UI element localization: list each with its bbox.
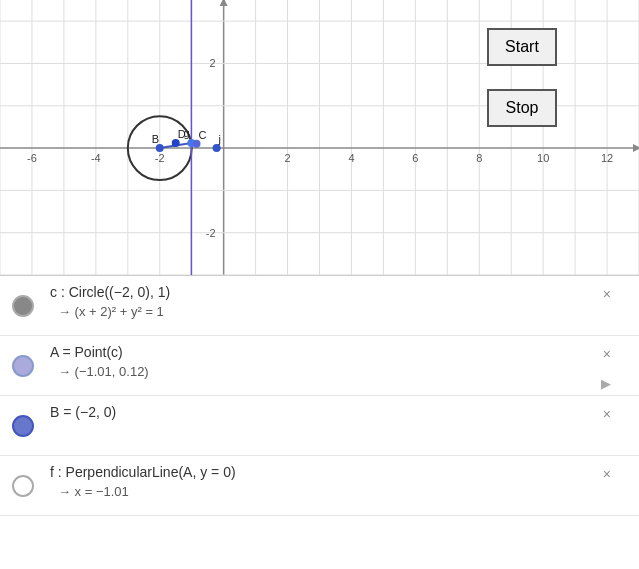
entry-close-B[interactable]: × — [603, 406, 611, 422]
svg-text:-4: -4 — [91, 152, 101, 164]
entry-close-c[interactable]: × — [603, 286, 611, 302]
svg-text:2: 2 — [210, 57, 216, 69]
entry-A: ×▶A = Point(c)→ (−1.01, 0.12) — [0, 336, 639, 396]
entry-result-f: → x = −1.01 — [50, 484, 627, 499]
entry-dot-c — [12, 295, 34, 317]
entry-title-A: A = Point(c) — [50, 344, 627, 360]
entry-result-c: → (x + 2)² + y² = 1 — [50, 304, 627, 319]
svg-text:j: j — [218, 133, 221, 145]
svg-text:-2: -2 — [155, 152, 165, 164]
svg-text:D: D — [178, 128, 186, 140]
stop-button[interactable]: Stop — [487, 89, 557, 127]
svg-text:10: 10 — [537, 152, 549, 164]
svg-text:12: 12 — [601, 152, 613, 164]
entry-dot-A — [12, 355, 34, 377]
entry-dot-f — [12, 475, 34, 497]
start-button[interactable]: Start — [487, 28, 557, 66]
entry-title-f: f : PerpendicularLine(A, y = 0) — [50, 464, 627, 480]
entry-play-A[interactable]: ▶ — [601, 376, 611, 391]
svg-marker-30 — [220, 0, 228, 6]
svg-text:-6: -6 — [27, 152, 37, 164]
svg-point-53 — [213, 144, 221, 152]
entry-title-c: c : Circle((−2, 0), 1) — [50, 284, 627, 300]
entry-title-B: B = (−2, 0) — [50, 404, 627, 420]
svg-text:4: 4 — [348, 152, 354, 164]
svg-text:B: B — [152, 133, 159, 145]
svg-point-49 — [172, 139, 180, 147]
entry-c: ×c : Circle((−2, 0), 1)→ (x + 2)² + y² =… — [0, 276, 639, 336]
entry-close-f[interactable]: × — [603, 466, 611, 482]
entry-close-A[interactable]: × — [603, 346, 611, 362]
svg-point-51 — [192, 140, 200, 148]
svg-point-45 — [156, 144, 164, 152]
svg-text:6: 6 — [412, 152, 418, 164]
entry-dot-B — [12, 415, 34, 437]
algebra-panel: ×c : Circle((−2, 0), 1)→ (x + 2)² + y² =… — [0, 275, 639, 569]
svg-text:2: 2 — [284, 152, 290, 164]
entry-f: ×f : PerpendicularLine(A, y = 0)→ x = −1… — [0, 456, 639, 516]
svg-text:8: 8 — [476, 152, 482, 164]
entry-result-A: → (−1.01, 0.12) — [50, 364, 627, 379]
svg-text:-2: -2 — [206, 227, 216, 239]
svg-text:C: C — [198, 129, 206, 141]
geometry-canvas: -6-4-2246810122-2BgDCj Start Stop — [0, 0, 639, 275]
entry-B: ×B = (−2, 0) — [0, 396, 639, 456]
svg-marker-29 — [633, 144, 639, 152]
